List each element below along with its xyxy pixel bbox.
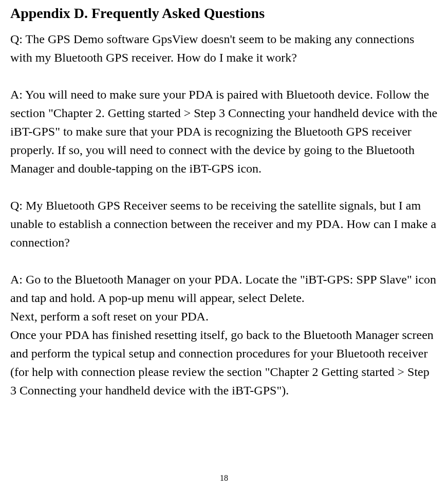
answer-2-part-2: Next, perform a soft reset on your PDA.	[10, 307, 438, 326]
answer-2-part-1: A: Go to the Bluetooth Manager on your P…	[10, 270, 438, 307]
answer-2-part-3: Once your PDA has finished resetting its…	[10, 326, 438, 400]
page-number: 18	[0, 474, 448, 483]
answer-1: A: You will need to make sure your PDA i…	[10, 85, 438, 178]
faq-content: Q: The GPS Demo software GpsView doesn't…	[10, 30, 438, 400]
appendix-heading: Appendix D. Frequently Asked Questions	[10, 5, 438, 22]
question-2: Q: My Bluetooth GPS Receiver seems to be…	[10, 196, 438, 252]
question-1: Q: The GPS Demo software GpsView doesn't…	[10, 30, 438, 67]
